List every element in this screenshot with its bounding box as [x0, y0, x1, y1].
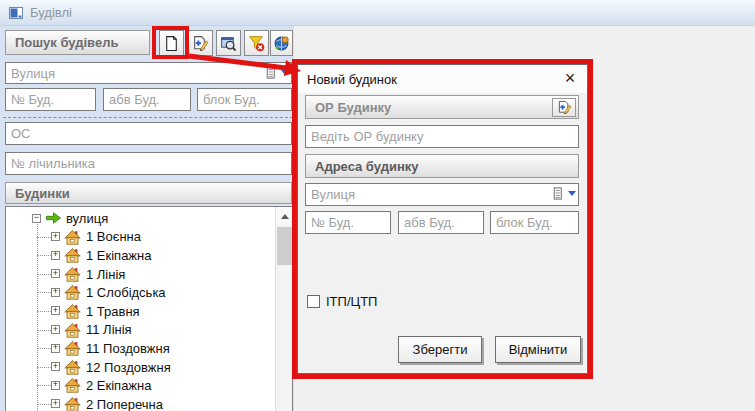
edit-building-button[interactable] — [188, 30, 213, 56]
itp-ctp-checkbox[interactable] — [307, 295, 320, 308]
search-panel-header: Пошук будівель — [5, 30, 150, 55]
street-combo — [305, 183, 579, 206]
cancel-button[interactable]: Відмінити — [495, 336, 581, 363]
tree-item[interactable]: 11 Лінія — [6, 321, 292, 340]
tree-scrollbar[interactable] — [275, 207, 292, 411]
tree-item[interactable]: 1 Екіпажна — [6, 246, 292, 265]
house-icon — [64, 322, 81, 338]
house-icon — [64, 284, 81, 300]
tree-item[interactable]: 1 Слобідська — [6, 283, 292, 302]
expand-icon[interactable] — [51, 232, 60, 241]
edit-document-icon — [557, 100, 572, 115]
globe-refresh-icon — [273, 35, 290, 52]
house-icon — [64, 377, 81, 393]
building-no-input[interactable] — [5, 88, 96, 111]
tree-item[interactable]: 1 Воєнна — [6, 228, 292, 247]
itp-ctp-checkbox-row: ІТП/ЦТП — [307, 294, 377, 309]
tree-item[interactable]: 11 Поздовжня — [6, 339, 292, 358]
building-letter-input[interactable] — [103, 88, 191, 111]
house-icon — [64, 303, 81, 319]
annotation-rectangle — [152, 26, 189, 59]
house-icon — [64, 247, 81, 263]
address-section-header: Адреса будинку — [305, 154, 579, 178]
window-icon — [9, 7, 23, 19]
expand-icon[interactable] — [51, 325, 60, 334]
refresh-button[interactable] — [270, 30, 293, 56]
window-titlebar: Будівлі — [0, 0, 755, 26]
window-title: Будівлі — [30, 5, 72, 20]
meter-no-input[interactable] — [5, 152, 292, 175]
itp-ctp-label: ІТП/ЦТП — [326, 294, 377, 309]
edit-document-icon — [192, 35, 209, 52]
expand-icon[interactable] — [51, 306, 60, 315]
street-dropdown-icon[interactable] — [281, 70, 289, 79]
building-block-input[interactable] — [197, 88, 292, 111]
house-icon — [64, 266, 81, 282]
op-section-header: ОР Будинку — [305, 95, 579, 119]
expand-icon[interactable] — [51, 344, 60, 353]
preview-magnifier-icon — [220, 35, 237, 52]
street-arrow-icon — [45, 210, 62, 226]
tree-item[interactable]: 1 Лінія — [6, 265, 292, 284]
dialog-title: Новий будинок — [307, 72, 397, 87]
street-list-icon[interactable] — [263, 65, 278, 80]
dialog-titlebar: Новий будинок × — [298, 65, 587, 93]
dialog-building-no-input[interactable] — [305, 211, 391, 234]
expand-icon[interactable] — [51, 381, 60, 390]
dialog-building-block-input[interactable] — [490, 211, 579, 234]
expand-icon[interactable] — [51, 269, 60, 278]
clear-filter-icon — [248, 35, 265, 52]
op-input[interactable] — [305, 125, 579, 148]
street-search-input[interactable] — [5, 62, 292, 84]
os-input[interactable] — [5, 122, 292, 145]
scroll-up-icon[interactable] — [276, 207, 293, 225]
search-panel: Пошук будівель Будинки вулиця — [0, 26, 294, 411]
expand-icon[interactable] — [51, 288, 60, 297]
expand-icon[interactable] — [51, 362, 60, 371]
collapse-icon[interactable] — [32, 214, 41, 223]
separator — [3, 117, 293, 118]
expand-icon[interactable] — [51, 399, 60, 408]
house-icon — [64, 340, 81, 356]
house-icon — [64, 229, 81, 245]
op-edit-button[interactable] — [552, 98, 576, 117]
tree-item[interactable]: 12 Поздовжня — [6, 358, 292, 377]
expand-icon[interactable] — [51, 251, 60, 260]
dialog-building-letter-input[interactable] — [398, 211, 484, 234]
house-icon — [64, 396, 81, 411]
close-icon[interactable]: × — [559, 66, 581, 90]
scrollbar-thumb[interactable] — [277, 227, 292, 265]
buildings-tree: вулиця 1 Воєнна 1 Екіпажна 1 Лінія 1 Сло — [5, 206, 293, 411]
tree-item[interactable]: 2 Екіпажна — [6, 376, 292, 395]
dialog-street-input[interactable] — [305, 183, 579, 206]
tree-item-root[interactable]: вулиця — [6, 209, 292, 228]
tree-item[interactable]: 2 Поперечна — [6, 395, 292, 411]
tree-item[interactable]: 1 Травня — [6, 302, 292, 321]
clear-filter-button[interactable] — [244, 30, 269, 56]
preview-building-button[interactable] — [216, 30, 241, 56]
house-icon — [64, 359, 81, 375]
street-dropdown-icon[interactable] — [568, 191, 576, 200]
street-combo — [5, 62, 292, 84]
buildings-tree-header: Будинки — [5, 182, 292, 204]
save-button[interactable]: Зберегти — [398, 336, 482, 363]
street-list-icon[interactable] — [550, 186, 565, 201]
new-building-dialog: Новий будинок × ОР Будинку Адреса будинк… — [292, 59, 593, 379]
